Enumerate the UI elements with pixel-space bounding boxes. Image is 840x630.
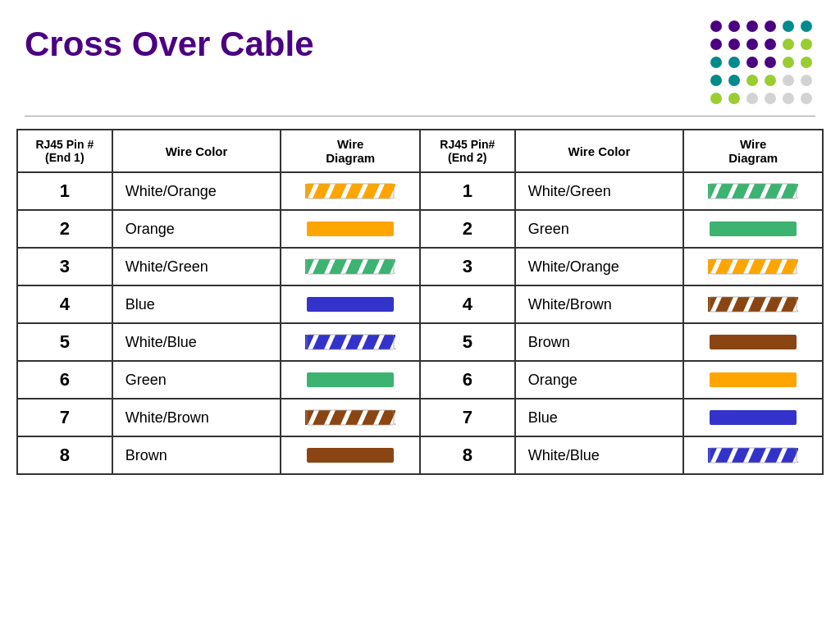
decorative-dot — [801, 21, 812, 32]
color1-cell: Blue — [112, 285, 281, 323]
color2-cell: Brown — [515, 323, 684, 361]
page-title: Cross Over Cable — [25, 16, 314, 64]
pin2-cell: 8 — [420, 436, 515, 474]
color2-cell: White/Orange — [515, 248, 684, 285]
diagram1-cell — [281, 248, 420, 285]
color2-cell: White/Green — [515, 172, 684, 210]
color1-cell: Orange — [112, 210, 281, 248]
table-row: 4 Blue 4 White/Brown — [17, 285, 823, 323]
color1-cell: White/Green — [112, 248, 281, 285]
table-container: RJ45 Pin #(End 1) Wire Color WireDiagram… — [0, 129, 840, 475]
color1-cell: Green — [112, 361, 281, 399]
pin2-cell: 2 — [420, 210, 515, 248]
pin2-cell: 5 — [420, 323, 515, 361]
diagram2-cell — [683, 248, 823, 285]
pin2-cell: 1 — [420, 172, 515, 210]
page-header: Cross Over Cable — [0, 0, 840, 116]
color2-cell: Orange — [515, 361, 684, 399]
col-header-pin2: RJ45 Pin#(End 2) — [420, 130, 515, 172]
decorative-dot — [783, 57, 794, 68]
wire-diagram-svg — [305, 180, 395, 202]
pin1-cell: 7 — [17, 399, 112, 436]
svg-rect-58 — [307, 372, 394, 387]
decorative-dot — [783, 21, 794, 32]
table-row: 5 White/Blue 5 Brown — [17, 323, 823, 361]
decorative-dot — [801, 75, 812, 86]
table-row: 7 White/Brown 7 Blue — [17, 399, 823, 436]
decorative-dot — [783, 75, 794, 86]
decorative-dot — [710, 75, 722, 86]
color2-cell: Green — [515, 210, 684, 248]
color2-cell: Blue — [515, 399, 684, 436]
decorative-dot — [765, 75, 776, 86]
pin2-cell: 7 — [420, 399, 515, 436]
pin2-cell: 4 — [420, 285, 515, 323]
decorative-dot — [710, 57, 722, 68]
wire-diagram-svg — [708, 445, 798, 466]
wire-diagram-svg — [708, 180, 798, 202]
pin2-cell: 3 — [420, 248, 515, 285]
wire-diagram-svg — [305, 218, 395, 240]
table-row: 8 Brown 8 White/Blue — [17, 436, 823, 474]
wire-diagram-svg — [305, 407, 395, 428]
decorative-dot — [746, 21, 758, 32]
table-row: 6 Green 6 Orange — [17, 361, 823, 399]
diagram2-cell — [683, 323, 823, 361]
decorative-dot — [765, 21, 776, 32]
pin1-cell: 8 — [17, 436, 112, 474]
svg-rect-38 — [307, 297, 394, 312]
decorative-dot — [746, 39, 758, 50]
svg-rect-59 — [710, 372, 797, 387]
pin2-cell: 6 — [420, 361, 515, 399]
col-header-pin1: RJ45 Pin #(End 1) — [17, 130, 112, 172]
decorative-dot — [746, 57, 758, 68]
svg-rect-19 — [710, 221, 797, 236]
svg-rect-69 — [710, 410, 797, 425]
col-header-diagram2: WireDiagram — [683, 130, 823, 172]
col-header-diagram1: WireDiagram — [281, 130, 420, 172]
decorative-dot — [765, 93, 776, 104]
diagram1-cell — [281, 323, 420, 361]
svg-rect-18 — [307, 221, 394, 236]
decorative-dots — [710, 16, 815, 107]
color2-cell: White/Brown — [515, 285, 684, 323]
decorative-dot — [728, 93, 740, 104]
diagram2-cell — [683, 436, 823, 474]
diagram1-cell — [281, 285, 420, 323]
table-row: 2 Orange 2 Green — [17, 210, 823, 248]
decorative-dot — [801, 39, 812, 50]
decorative-dot — [765, 57, 776, 68]
pin1-cell: 3 — [17, 248, 112, 285]
decorative-dot — [783, 39, 794, 50]
decorative-dot — [728, 39, 740, 50]
decorative-dot — [801, 57, 812, 68]
color1-cell: White/Blue — [112, 323, 281, 361]
col-header-color1: Wire Color — [112, 130, 281, 172]
diagram1-cell — [281, 436, 420, 474]
table-row: 1 White/Orange 1 White/Green — [17, 172, 823, 210]
decorative-dot — [710, 93, 722, 104]
wire-diagram-svg — [708, 218, 798, 240]
wire-diagram-svg — [305, 369, 395, 390]
diagram2-cell — [683, 399, 823, 436]
diagram2-cell — [683, 361, 823, 399]
pin1-cell: 5 — [17, 323, 112, 361]
pin1-cell: 1 — [17, 172, 112, 210]
pin1-cell: 2 — [17, 210, 112, 248]
wire-diagram-svg — [708, 256, 798, 277]
decorative-dot — [728, 21, 740, 32]
wire-diagram-svg — [305, 331, 395, 353]
svg-rect-57 — [710, 335, 797, 349]
decorative-dot — [746, 75, 758, 86]
col-header-color2: Wire Color — [515, 130, 684, 172]
decorative-dot — [783, 93, 794, 104]
decorative-dot — [710, 21, 722, 32]
diagram1-cell — [281, 172, 420, 210]
wire-diagram-svg — [708, 407, 798, 428]
decorative-dot — [765, 39, 776, 50]
decorative-dot — [801, 93, 812, 104]
diagram1-cell — [281, 399, 420, 436]
pin1-cell: 4 — [17, 285, 112, 323]
svg-rect-70 — [307, 448, 394, 463]
decorative-dot — [710, 39, 722, 50]
